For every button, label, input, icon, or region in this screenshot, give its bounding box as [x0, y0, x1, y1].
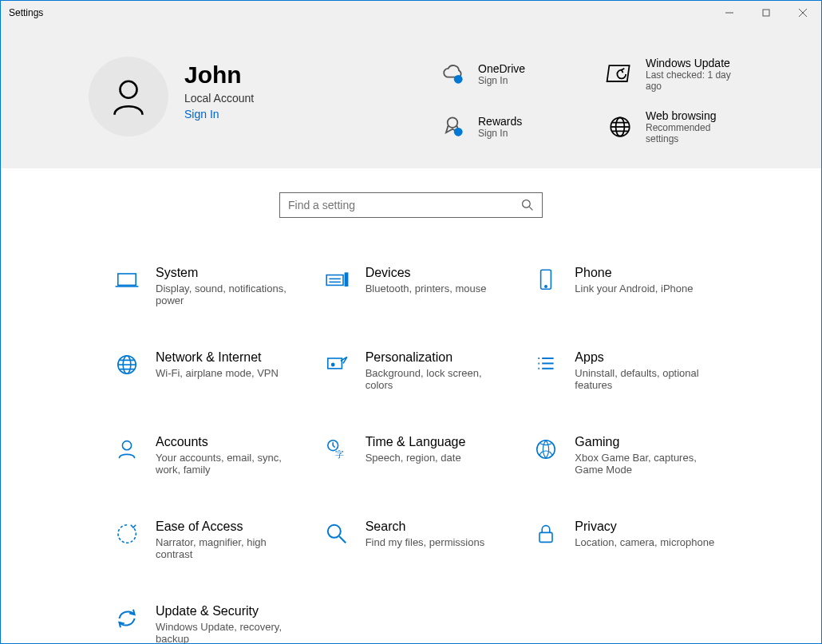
svg-rect-14	[118, 274, 136, 285]
category-sub: Speech, region, date	[366, 452, 466, 464]
xbox-icon	[532, 435, 560, 464]
update-icon	[606, 60, 634, 89]
category-sub: Background, lock screen, colors	[366, 367, 509, 391]
category-network[interactable]: Network & Internet Wi-Fi, airplane mode,…	[113, 350, 306, 391]
brush-icon	[322, 350, 351, 379]
category-devices[interactable]: Devices Bluetooth, printers, mouse	[322, 266, 516, 306]
maximize-button[interactable]	[748, 1, 784, 25]
status-web-browsing[interactable]: Web browsing Recommended settings	[606, 109, 741, 144]
category-sub: Uninstall, defaults, optional features	[575, 367, 718, 391]
status-sub: Recommended settings	[646, 122, 741, 144]
svg-line-13	[529, 207, 532, 210]
svg-point-7	[448, 117, 458, 128]
svg-rect-39	[539, 532, 552, 542]
category-title: Time & Language	[366, 435, 466, 449]
svg-point-33	[122, 441, 131, 450]
status-title: OneDrive	[478, 62, 525, 75]
minimize-button[interactable]	[711, 1, 748, 25]
globe-icon	[606, 113, 634, 141]
laptop-icon	[113, 266, 141, 294]
category-phone[interactable]: Phone Link your Android, iPhone	[532, 266, 725, 306]
status-sub: Sign In	[478, 75, 525, 86]
svg-point-5	[454, 75, 463, 84]
category-title: Privacy	[575, 520, 714, 534]
category-search[interactable]: Search Find my files, permissions	[322, 520, 516, 560]
rewards-icon	[438, 113, 467, 141]
category-gaming[interactable]: Gaming Xbox Game Bar, captures, Game Mod…	[532, 435, 725, 476]
search-icon	[322, 520, 351, 548]
svg-text:字: 字	[335, 449, 344, 459]
window-title: Settings	[1, 7, 43, 18]
svg-point-21	[545, 286, 547, 287]
category-personalization[interactable]: Personalization Background, lock screen,…	[322, 350, 516, 391]
user-signin-link[interactable]: Sign In	[184, 108, 254, 121]
list-icon	[532, 350, 560, 379]
avatar	[89, 57, 168, 136]
svg-point-4	[121, 81, 137, 98]
category-accounts[interactable]: Accounts Your accounts, email, sync, wor…	[113, 435, 306, 476]
category-title: Gaming	[575, 435, 718, 449]
svg-point-26	[331, 363, 334, 365]
category-sub: Windows Update, recovery, backup	[156, 621, 299, 643]
category-title: Accounts	[156, 435, 299, 449]
svg-rect-1	[763, 10, 769, 16]
svg-rect-19	[344, 272, 348, 286]
category-title: Ease of Access	[156, 520, 299, 534]
phone-icon	[532, 266, 560, 294]
person-icon	[113, 435, 141, 464]
user-name: John	[184, 61, 254, 89]
search-icon	[521, 199, 534, 211]
category-title: Search	[366, 520, 485, 534]
category-privacy[interactable]: Privacy Location, camera, microphone	[532, 520, 725, 560]
category-time-language[interactable]: 字 Time & Language Speech, region, date	[322, 435, 516, 476]
category-update-security[interactable]: Update & Security Windows Update, recove…	[113, 604, 306, 643]
categories-grid: System Display, sound, notifications, po…	[1, 250, 821, 643]
svg-point-12	[523, 200, 531, 208]
svg-point-37	[327, 525, 340, 538]
settings-window: Settings John Local Account	[0, 0, 822, 644]
status-grid: OneDrive Sign In Windows Update	[438, 57, 741, 144]
category-title: System	[156, 266, 299, 280]
cloud-icon	[438, 60, 467, 89]
svg-rect-25	[327, 358, 342, 369]
status-title: Windows Update	[646, 57, 741, 69]
category-sub: Display, sound, notifications, power	[156, 282, 299, 306]
category-system[interactable]: System Display, sound, notifications, po…	[113, 266, 306, 306]
svg-rect-6	[607, 65, 630, 81]
keyboard-icon	[322, 266, 351, 294]
category-ease-of-access[interactable]: Ease of Access Narrator, magnifier, high…	[113, 520, 306, 560]
category-title: Phone	[575, 266, 693, 280]
sync-icon	[113, 604, 141, 633]
status-onedrive[interactable]: OneDrive Sign In	[438, 57, 574, 92]
category-sub: Wi-Fi, airplane mode, VPN	[156, 367, 279, 379]
status-windows-update[interactable]: Windows Update Last checked: 1 day ago	[606, 57, 741, 92]
close-button[interactable]	[784, 1, 821, 25]
search-input[interactable]	[288, 199, 521, 211]
category-apps[interactable]: Apps Uninstall, defaults, optional featu…	[532, 350, 725, 391]
category-sub: Your accounts, email, sync, work, family	[156, 452, 299, 476]
svg-point-8	[454, 128, 463, 136]
search-wrap	[1, 168, 821, 250]
user-icon	[106, 74, 151, 119]
category-title: Devices	[366, 266, 487, 280]
status-sub: Last checked: 1 day ago	[646, 69, 741, 92]
globe-icon	[113, 350, 141, 379]
time-lang-icon: 字	[322, 435, 351, 464]
category-title: Personalization	[366, 350, 509, 365]
status-title: Rewards	[478, 115, 522, 128]
category-title: Network & Internet	[156, 350, 279, 365]
ease-icon	[113, 520, 141, 548]
category-title: Apps	[575, 350, 718, 365]
status-title: Web browsing	[646, 109, 741, 122]
category-title: Update & Security	[156, 604, 299, 618]
user-subtitle: Local Account	[184, 92, 254, 105]
status-rewards[interactable]: Rewards Sign In	[438, 109, 574, 144]
lock-icon	[532, 520, 560, 548]
category-sub: Location, camera, microphone	[575, 536, 714, 548]
category-sub: Bluetooth, printers, mouse	[366, 282, 487, 294]
content-scroll[interactable]: John Local Account Sign In OneDrive Si	[1, 25, 821, 643]
category-sub: Link your Android, iPhone	[575, 282, 693, 294]
svg-rect-16	[326, 275, 343, 286]
category-sub: Narrator, magnifier, high contrast	[156, 536, 299, 560]
search-box[interactable]	[279, 192, 543, 218]
